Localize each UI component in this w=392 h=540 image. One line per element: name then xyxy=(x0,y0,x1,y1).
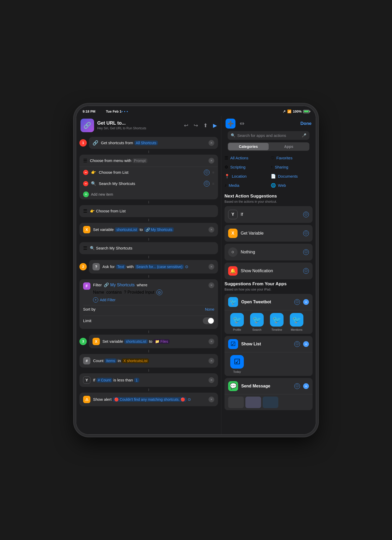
next-action-title: Next Action Suggestions xyxy=(224,194,313,199)
play-button[interactable]: ▶ xyxy=(213,122,217,129)
media-label: Media xyxy=(229,183,239,188)
provided-input-token[interactable]: ? Provided Input xyxy=(124,290,154,295)
tweetbot-add-btn[interactable]: + xyxy=(303,299,309,305)
alert-message-token[interactable]: 🔴 Couldn't find any matching shortcuts. … xyxy=(113,397,187,402)
status-time: 9:18 PM xyxy=(83,109,95,113)
search-info-btn[interactable]: ⓘ xyxy=(204,181,210,187)
left-scroll-area[interactable]: 1 🔗 Get shortcuts from All Shortcuts ✕ xyxy=(76,135,221,434)
remove-search-btn[interactable]: − xyxy=(83,181,88,186)
category-sharing[interactable]: ↑ Sharing xyxy=(271,163,313,171)
ask-for-text-text: Ask for Text with Search for... (case se… xyxy=(102,264,206,269)
next-action-subtitle: Based on the actions in your shortcut. xyxy=(224,200,313,204)
category-all-actions[interactable]: ☰ All Actions xyxy=(224,154,267,162)
my-shortcuts-token[interactable]: 🔗 My Shortcuts xyxy=(144,227,174,232)
category-scripting[interactable]: ⚙ Scripting xyxy=(224,163,267,171)
get-variable-label: Get Variable xyxy=(241,231,300,236)
done-button[interactable]: Done xyxy=(301,121,312,126)
category-documents[interactable]: 📄 Documents xyxy=(271,172,313,180)
add-filter-btn[interactable]: + Add Filter xyxy=(93,297,206,303)
tab-apps[interactable]: Apps xyxy=(269,143,309,150)
contains-token[interactable]: contains xyxy=(106,290,122,295)
suggestion-nothing[interactable]: ○ Nothing ⓘ xyxy=(224,244,313,260)
notification-info-btn[interactable]: ⓘ xyxy=(303,268,309,274)
set-var-1-close[interactable]: ✕ xyxy=(209,227,214,233)
show-list-today-action[interactable]: ☑ Today xyxy=(228,355,246,373)
add-action-btn[interactable]: ➕ xyxy=(226,119,235,129)
menu-close[interactable]: ✕ xyxy=(209,158,214,164)
choose-list-info-btn[interactable]: ⓘ xyxy=(204,170,210,175)
tabs-bar: Categories Apps xyxy=(228,142,309,151)
if-info-btn[interactable]: ⓘ xyxy=(303,212,309,217)
redo-button[interactable]: ↪ xyxy=(194,122,198,129)
add-item-btn[interactable]: + xyxy=(83,191,89,197)
count-text: Count Items in X shortcutsList xyxy=(93,358,206,363)
show-list-info-btn[interactable]: ⓘ xyxy=(294,341,300,347)
search-case-token[interactable]: Search for... (case sensitive) xyxy=(135,264,184,269)
get-shortcuts-block: 🔗 Get shortcuts from All Shortcuts ✕ xyxy=(89,137,218,149)
alert-expand-btn[interactable]: ⊙ xyxy=(188,397,191,402)
sharing-label: Sharing xyxy=(275,165,289,169)
set-var-2-close[interactable]: ✕ xyxy=(209,339,214,344)
get-shortcuts-close[interactable]: ✕ xyxy=(209,140,214,146)
category-location[interactable]: 📍 Location xyxy=(224,172,267,180)
suggestion-show-notification[interactable]: 🔔 Show Notification ⓘ xyxy=(224,263,313,279)
search-input[interactable]: Search for apps and actions xyxy=(237,133,300,138)
get-variable-info-btn[interactable]: ⓘ xyxy=(303,230,309,236)
battery-icon xyxy=(303,110,309,113)
tweetbot-timeline-action[interactable]: 🐦 Timeline xyxy=(268,313,286,331)
filter-toggle-btn[interactable]: ⇔ xyxy=(240,120,244,127)
status-right: ↗ 📶 100% xyxy=(283,109,309,113)
name-token[interactable]: Name xyxy=(93,290,104,295)
prompt-token[interactable]: Prompt xyxy=(132,158,147,163)
show-list-header: ☑ Show List ⓘ + xyxy=(224,336,313,352)
thumbnail-3 xyxy=(263,397,278,408)
count-close[interactable]: ✕ xyxy=(209,358,214,364)
ask-expand-btn[interactable]: ⊙ xyxy=(185,264,188,269)
tweetbot-mentions-action[interactable]: 🐦 Mentions xyxy=(288,313,305,331)
send-message-add-btn[interactable]: + xyxy=(303,383,309,389)
alert-close[interactable]: ✕ xyxy=(209,397,214,402)
filter-expand-btn[interactable]: ⊙ xyxy=(157,289,162,295)
count-token-if[interactable]: # Count xyxy=(96,378,112,382)
files-token[interactable]: 📁 Files xyxy=(153,339,170,344)
category-media[interactable]: ♪ Media xyxy=(224,181,267,189)
shortcut-icon: 🔗 xyxy=(80,119,94,132)
items-token[interactable]: Items xyxy=(105,358,117,363)
mic-icon[interactable]: 🎤 xyxy=(302,133,306,137)
documents-label: Documents xyxy=(278,174,298,178)
tweetbot-info-btn[interactable]: ⓘ xyxy=(294,299,300,305)
choose-list-label: Choose from List xyxy=(99,170,201,175)
media-icon: ♪ xyxy=(224,183,227,188)
ask-close[interactable]: ✕ xyxy=(209,264,214,270)
text-token[interactable]: Text xyxy=(116,264,126,269)
all-shortcuts-token[interactable]: All Shortcuts xyxy=(134,141,158,145)
tab-categories[interactable]: Categories xyxy=(228,143,269,150)
share-button[interactable]: ⬆ xyxy=(203,122,208,129)
tweetbot-profile-action[interactable]: 🐦 Profile xyxy=(228,313,246,331)
category-favorites[interactable]: ♡ Favorites xyxy=(271,154,313,162)
dot-3 xyxy=(127,111,128,112)
if-close[interactable]: ✕ xyxy=(209,377,214,383)
limit-toggle[interactable] xyxy=(203,317,214,324)
right-scroll-area[interactable]: 🔍 Search for apps and actions 🎤 Categori… xyxy=(221,131,316,434)
undo-button[interactable]: ↩ xyxy=(184,122,188,129)
category-web[interactable]: 🌐 Web xyxy=(271,181,313,189)
search-bar[interactable]: 🔍 Search for apps and actions 🎤 xyxy=(228,131,309,140)
add-filter-icon: + xyxy=(93,297,98,303)
nothing-info-btn[interactable]: ⓘ xyxy=(303,249,309,255)
my-shortcuts-filter-token[interactable]: 🔗 My Shortcuts xyxy=(104,282,135,287)
show-list-add-btn[interactable]: + xyxy=(303,341,309,347)
menu-icon: ☰ xyxy=(83,158,87,164)
location-icon: 📍 xyxy=(224,174,230,179)
shortcuts-list-token-2[interactable]: shortcutsList xyxy=(124,339,148,344)
value-1-token[interactable]: 1 xyxy=(134,378,139,382)
shortcuts-list-token-1[interactable]: shortcutsList xyxy=(115,227,139,232)
remove-choose-list-btn[interactable]: − xyxy=(83,170,88,175)
tweetbot-search-action[interactable]: 🐦 Search xyxy=(248,313,266,331)
sort-value[interactable]: None xyxy=(205,307,214,311)
suggestion-if[interactable]: Y If ⓘ xyxy=(224,206,313,223)
shortcuts-list-count-token[interactable]: X shortcutsList xyxy=(122,358,149,363)
suggestion-get-variable[interactable]: X Get Variable ⓘ xyxy=(224,225,313,242)
send-message-info-btn[interactable]: ⓘ xyxy=(294,383,300,389)
filter-close[interactable]: ✕ xyxy=(209,282,214,288)
